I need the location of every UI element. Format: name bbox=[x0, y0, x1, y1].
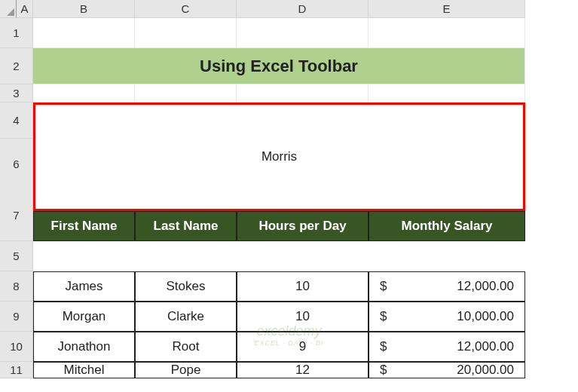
row-header-4[interactable]: 4 bbox=[0, 103, 33, 139]
title-cell[interactable]: Using Excel Toolbar bbox=[33, 48, 525, 84]
cell-hours-0[interactable]: 10 bbox=[237, 271, 369, 302]
cell-last-1[interactable]: Clarke bbox=[135, 302, 237, 332]
row-header-1[interactable]: 1 bbox=[0, 18, 33, 48]
cell[interactable] bbox=[33, 84, 135, 103]
row-header-11[interactable]: 11 bbox=[0, 362, 33, 378]
cell-last-2[interactable]: Root bbox=[135, 332, 237, 362]
cell-first-0[interactable]: James bbox=[33, 271, 135, 302]
cell-first-1[interactable]: Morgan bbox=[33, 302, 135, 332]
row-header-9[interactable]: 9 bbox=[0, 302, 33, 332]
cell-hours-1[interactable]: 10 bbox=[237, 302, 369, 332]
row-header-8[interactable]: 8 bbox=[0, 271, 33, 302]
cell[interactable] bbox=[33, 18, 135, 48]
cell-hours-3[interactable]: 12 bbox=[237, 362, 369, 378]
col-header-b[interactable]: B bbox=[33, 0, 135, 18]
cell-salary-1[interactable]: $ 10,000.00 bbox=[369, 302, 525, 332]
header-last-name[interactable]: Last Name bbox=[135, 211, 237, 241]
header-hours[interactable]: Hours per Day bbox=[237, 211, 369, 241]
salary-value: 12,000.00 bbox=[457, 279, 514, 294]
row-header-6-7[interactable]: 6 7 bbox=[0, 139, 33, 241]
salary-value: 20,000.00 bbox=[457, 363, 514, 378]
col-header-a[interactable]: A bbox=[17, 0, 33, 18]
row-num-6: 6 bbox=[0, 158, 32, 170]
header-first-name[interactable]: First Name bbox=[33, 211, 135, 241]
col-header-d[interactable]: D bbox=[237, 0, 369, 18]
cell[interactable] bbox=[135, 18, 237, 48]
col-header-e[interactable]: E bbox=[369, 0, 525, 18]
row-header-2[interactable]: 2 bbox=[0, 48, 33, 84]
cell[interactable] bbox=[237, 84, 369, 103]
cell[interactable] bbox=[369, 18, 525, 48]
cell-last-3[interactable]: Pope bbox=[135, 362, 237, 378]
currency-symbol: $ bbox=[380, 309, 387, 324]
cell[interactable] bbox=[237, 18, 369, 48]
header-salary[interactable]: Monthly Salary bbox=[369, 211, 525, 241]
row-header-3[interactable]: 3 bbox=[0, 84, 33, 103]
cell-last-0[interactable]: Stokes bbox=[135, 271, 237, 302]
cell-first-2[interactable]: Jonathon bbox=[33, 332, 135, 362]
select-all-corner[interactable] bbox=[0, 0, 17, 18]
cell[interactable] bbox=[369, 84, 525, 103]
merged-cell[interactable]: Morris bbox=[33, 103, 525, 211]
currency-symbol: $ bbox=[380, 363, 387, 378]
row-num-7: 7 bbox=[0, 209, 32, 222]
row-header-10[interactable]: 10 bbox=[0, 332, 33, 362]
currency-symbol: $ bbox=[380, 279, 387, 294]
cell-hours-2[interactable]: 9 bbox=[237, 332, 369, 362]
cell-first-3[interactable]: Mitchel bbox=[33, 362, 135, 378]
col-header-c[interactable]: C bbox=[135, 0, 237, 18]
spreadsheet-grid: A B C D E 1 2 Using Excel Toolbar 3 4 Fi… bbox=[0, 0, 578, 378]
salary-value: 12,000.00 bbox=[457, 339, 514, 354]
cell-salary-3[interactable]: $ 20,000.00 bbox=[369, 362, 525, 378]
cell-salary-2[interactable]: $ 12,000.00 bbox=[369, 332, 525, 362]
currency-symbol: $ bbox=[380, 339, 387, 354]
row-header-5[interactable]: 5 bbox=[0, 241, 33, 271]
salary-value: 10,000.00 bbox=[457, 309, 514, 324]
cell[interactable] bbox=[135, 84, 237, 103]
cell-salary-0[interactable]: $ 12,000.00 bbox=[369, 271, 525, 302]
